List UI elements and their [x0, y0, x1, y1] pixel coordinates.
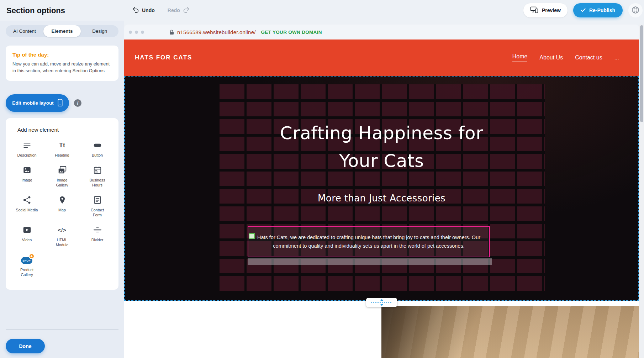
video-icon — [22, 225, 32, 235]
element-label: HTML Module — [51, 237, 74, 247]
hero-subheading[interactable]: More than Just Accessories — [125, 193, 638, 204]
window-control-dot — [129, 31, 132, 34]
globe-icon — [631, 6, 640, 15]
element-resize-handle[interactable] — [249, 233, 255, 239]
element-video[interactable]: Video — [9, 222, 44, 249]
html-module-icon: </> — [58, 225, 67, 235]
site-header[interactable]: HATS FOR CATS Home About Us Contact us .… — [124, 40, 639, 76]
element-grid: Description Tt Heading Button — [9, 137, 115, 279]
section-options-sidebar: AI Content Elements Design Tip of the da… — [0, 21, 124, 358]
social-media-icon — [22, 195, 32, 205]
site-nav: Home About Us Contact us ... — [512, 53, 619, 62]
element-button[interactable]: Button — [80, 137, 115, 159]
business-hours-icon — [93, 165, 102, 175]
panel-tabs: AI Content Elements Design — [6, 25, 118, 37]
section-height-resize-handle[interactable] — [366, 298, 397, 307]
element-html-module[interactable]: </> HTML Module — [44, 222, 80, 249]
app-root: Section options Undo Redo Preview — [0, 0, 644, 358]
selected-text-element[interactable]: Hats for Cats, we are dedicated to craft… — [248, 226, 490, 257]
edit-mobile-layout-button[interactable]: Edit mobile layout — [6, 94, 69, 112]
element-map[interactable]: Map — [44, 192, 80, 219]
element-label: Video — [22, 237, 32, 242]
element-label: Button — [92, 153, 103, 158]
premium-badge-icon — [29, 253, 35, 259]
contact-form-icon — [93, 195, 102, 205]
site-logo[interactable]: HATS FOR CATS — [135, 54, 192, 61]
done-button[interactable]: Done — [6, 339, 45, 353]
element-contact-form[interactable]: Contact Form — [80, 192, 115, 219]
heading-icon: Tt — [59, 140, 65, 151]
tip-title: Tip of the day: — [12, 52, 112, 58]
bottom-section-image — [381, 306, 639, 358]
element-label: Map — [58, 207, 66, 212]
republish-label: Re-Publish — [589, 7, 615, 13]
element-product-gallery[interactable]: SHOP Product Gallery — [9, 252, 44, 279]
element-label: Business Hours — [86, 178, 109, 188]
tab-design[interactable]: Design — [81, 25, 118, 37]
editor-canvas: n1566589.websitebuilder.online/ GET YOUR… — [124, 25, 639, 358]
scrollbar-thumb[interactable] — [640, 25, 643, 122]
window-control-dot — [141, 31, 144, 34]
add-element-title: Add new element — [17, 127, 115, 133]
redo-button[interactable]: Redo — [168, 7, 190, 14]
element-image-gallery[interactable]: Image Gallery — [44, 162, 80, 189]
info-icon[interactable]: i — [74, 99, 81, 107]
redo-label: Redo — [168, 7, 180, 13]
hero-section-selected[interactable]: Crafting Happiness for Your Cats More th… — [124, 76, 639, 301]
undo-button[interactable]: Undo — [132, 7, 155, 14]
scrollbar[interactable] — [639, 25, 644, 358]
element-label: Image — [21, 178, 32, 183]
drop-highlight-strip — [248, 258, 492, 265]
element-image[interactable]: Image — [9, 162, 44, 189]
check-icon — [581, 7, 586, 13]
element-label: Heading — [55, 153, 69, 158]
element-heading[interactable]: Tt Heading — [44, 137, 80, 159]
redo-icon — [183, 7, 190, 14]
sidebar-divider — [6, 329, 118, 330]
element-label: Product Gallery — [16, 267, 38, 277]
add-element-panel: Add new element Description Tt Heading — [6, 118, 118, 290]
hero-paragraph: Hats for Cats, we are dedicated to craft… — [248, 233, 489, 251]
hero-heading[interactable]: Crafting Happiness for Your Cats — [125, 119, 638, 175]
nav-more[interactable]: ... — [614, 54, 619, 61]
map-pin-icon — [58, 195, 67, 205]
preview-label: Preview — [542, 7, 561, 13]
language-globe-button[interactable] — [628, 3, 643, 17]
preview-button[interactable]: Preview — [523, 3, 568, 17]
browser-bar: n1566589.websitebuilder.online/ GET YOUR… — [124, 25, 639, 40]
preview-devices-icon — [530, 6, 538, 14]
undo-label: Undo — [142, 7, 155, 13]
tab-elements[interactable]: Elements — [43, 25, 81, 37]
tab-ai-content[interactable]: AI Content — [6, 25, 43, 37]
element-label: Contact Form — [86, 207, 109, 217]
nav-about-us[interactable]: About Us — [539, 54, 563, 61]
get-domain-link[interactable]: GET YOUR OWN DOMAIN — [261, 30, 322, 35]
topbar-actions: Preview Re-Publish — [523, 3, 643, 17]
undo-icon — [132, 7, 139, 14]
element-description[interactable]: Description — [9, 137, 44, 159]
element-divider[interactable]: Divider — [80, 222, 115, 249]
site-url[interactable]: n1566589.websitebuilder.online/ — [177, 29, 256, 35]
button-icon — [93, 140, 102, 151]
image-gallery-icon — [58, 165, 67, 175]
page-title: Section options — [6, 6, 65, 15]
nav-contact-us[interactable]: Contact us — [575, 54, 602, 61]
divider-icon — [93, 225, 102, 235]
edit-mobile-label: Edit mobile layout — [12, 100, 53, 106]
image-icon — [22, 165, 32, 175]
republish-button[interactable]: Re-Publish — [573, 3, 623, 17]
element-label: Divider — [91, 237, 104, 242]
window-control-dot — [135, 31, 138, 34]
history-controls: Undo Redo — [132, 0, 190, 21]
tip-body: Now you can add, move and resize any ele… — [12, 61, 112, 74]
tip-of-the-day-card: Tip of the day: Now you can add, move an… — [6, 46, 118, 81]
element-social-media[interactable]: Social Media — [9, 192, 44, 219]
nav-home[interactable]: Home — [512, 53, 528, 62]
element-label: Social Media — [16, 207, 38, 212]
product-gallery-shop-icon: SHOP — [21, 254, 33, 265]
resize-arrows-icon — [370, 299, 394, 306]
next-section[interactable] — [124, 301, 639, 358]
lock-icon — [169, 30, 174, 35]
element-business-hours[interactable]: Business Hours — [80, 162, 115, 189]
element-label: Description — [17, 153, 36, 158]
